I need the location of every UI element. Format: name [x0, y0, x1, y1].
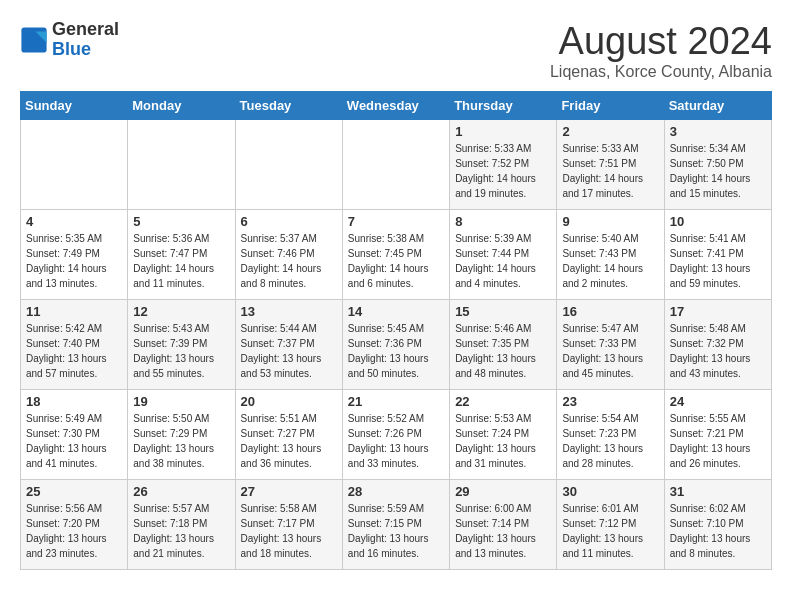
- weekday-saturday: Saturday: [664, 92, 771, 120]
- day-info: Sunrise: 6:00 AMSunset: 7:14 PMDaylight:…: [455, 501, 551, 561]
- day-number: 30: [562, 484, 658, 499]
- day-info: Sunrise: 5:42 AMSunset: 7:40 PMDaylight:…: [26, 321, 122, 381]
- table-cell: 25Sunrise: 5:56 AMSunset: 7:20 PMDayligh…: [21, 480, 128, 570]
- table-cell: [128, 120, 235, 210]
- calendar-table: SundayMondayTuesdayWednesdayThursdayFrid…: [20, 91, 772, 570]
- day-info: Sunrise: 5:56 AMSunset: 7:20 PMDaylight:…: [26, 501, 122, 561]
- table-cell: 8Sunrise: 5:39 AMSunset: 7:44 PMDaylight…: [450, 210, 557, 300]
- day-info: Sunrise: 6:02 AMSunset: 7:10 PMDaylight:…: [670, 501, 766, 561]
- day-number: 6: [241, 214, 337, 229]
- day-number: 17: [670, 304, 766, 319]
- day-number: 13: [241, 304, 337, 319]
- day-number: 7: [348, 214, 444, 229]
- table-cell: 7Sunrise: 5:38 AMSunset: 7:45 PMDaylight…: [342, 210, 449, 300]
- day-number: 14: [348, 304, 444, 319]
- day-number: 10: [670, 214, 766, 229]
- day-info: Sunrise: 5:57 AMSunset: 7:18 PMDaylight:…: [133, 501, 229, 561]
- day-number: 4: [26, 214, 122, 229]
- table-cell: 19Sunrise: 5:50 AMSunset: 7:29 PMDayligh…: [128, 390, 235, 480]
- day-info: Sunrise: 5:47 AMSunset: 7:33 PMDaylight:…: [562, 321, 658, 381]
- logo-blue-text: Blue: [52, 40, 119, 60]
- day-number: 2: [562, 124, 658, 139]
- table-cell: 30Sunrise: 6:01 AMSunset: 7:12 PMDayligh…: [557, 480, 664, 570]
- weekday-header-row: SundayMondayTuesdayWednesdayThursdayFrid…: [21, 92, 772, 120]
- table-cell: 1Sunrise: 5:33 AMSunset: 7:52 PMDaylight…: [450, 120, 557, 210]
- table-cell: 14Sunrise: 5:45 AMSunset: 7:36 PMDayligh…: [342, 300, 449, 390]
- day-number: 21: [348, 394, 444, 409]
- table-cell: 12Sunrise: 5:43 AMSunset: 7:39 PMDayligh…: [128, 300, 235, 390]
- table-cell: 5Sunrise: 5:36 AMSunset: 7:47 PMDaylight…: [128, 210, 235, 300]
- table-cell: 15Sunrise: 5:46 AMSunset: 7:35 PMDayligh…: [450, 300, 557, 390]
- table-cell: 6Sunrise: 5:37 AMSunset: 7:46 PMDaylight…: [235, 210, 342, 300]
- day-info: Sunrise: 5:38 AMSunset: 7:45 PMDaylight:…: [348, 231, 444, 291]
- day-info: Sunrise: 5:33 AMSunset: 7:51 PMDaylight:…: [562, 141, 658, 201]
- day-number: 26: [133, 484, 229, 499]
- day-number: 3: [670, 124, 766, 139]
- day-number: 9: [562, 214, 658, 229]
- day-info: Sunrise: 5:50 AMSunset: 7:29 PMDaylight:…: [133, 411, 229, 471]
- table-cell: 3Sunrise: 5:34 AMSunset: 7:50 PMDaylight…: [664, 120, 771, 210]
- day-number: 1: [455, 124, 551, 139]
- weekday-monday: Monday: [128, 92, 235, 120]
- day-number: 25: [26, 484, 122, 499]
- table-cell: 13Sunrise: 5:44 AMSunset: 7:37 PMDayligh…: [235, 300, 342, 390]
- logo-icon: [20, 26, 48, 54]
- day-number: 31: [670, 484, 766, 499]
- day-info: Sunrise: 5:45 AMSunset: 7:36 PMDaylight:…: [348, 321, 444, 381]
- calendar-subtitle: Liqenas, Korce County, Albania: [550, 63, 772, 81]
- day-number: 29: [455, 484, 551, 499]
- day-number: 12: [133, 304, 229, 319]
- table-cell: 11Sunrise: 5:42 AMSunset: 7:40 PMDayligh…: [21, 300, 128, 390]
- day-number: 5: [133, 214, 229, 229]
- day-info: Sunrise: 5:36 AMSunset: 7:47 PMDaylight:…: [133, 231, 229, 291]
- day-info: Sunrise: 5:41 AMSunset: 7:41 PMDaylight:…: [670, 231, 766, 291]
- day-info: Sunrise: 5:33 AMSunset: 7:52 PMDaylight:…: [455, 141, 551, 201]
- day-number: 8: [455, 214, 551, 229]
- day-info: Sunrise: 5:48 AMSunset: 7:32 PMDaylight:…: [670, 321, 766, 381]
- calendar-title: August 2024: [550, 20, 772, 63]
- day-info: Sunrise: 5:53 AMSunset: 7:24 PMDaylight:…: [455, 411, 551, 471]
- weekday-wednesday: Wednesday: [342, 92, 449, 120]
- weekday-tuesday: Tuesday: [235, 92, 342, 120]
- day-number: 11: [26, 304, 122, 319]
- day-info: Sunrise: 5:43 AMSunset: 7:39 PMDaylight:…: [133, 321, 229, 381]
- table-cell: 9Sunrise: 5:40 AMSunset: 7:43 PMDaylight…: [557, 210, 664, 300]
- title-section: August 2024 Liqenas, Korce County, Alban…: [550, 20, 772, 81]
- table-cell: 27Sunrise: 5:58 AMSunset: 7:17 PMDayligh…: [235, 480, 342, 570]
- weekday-friday: Friday: [557, 92, 664, 120]
- day-info: Sunrise: 5:49 AMSunset: 7:30 PMDaylight:…: [26, 411, 122, 471]
- day-info: Sunrise: 6:01 AMSunset: 7:12 PMDaylight:…: [562, 501, 658, 561]
- day-number: 23: [562, 394, 658, 409]
- table-cell: [342, 120, 449, 210]
- day-info: Sunrise: 5:54 AMSunset: 7:23 PMDaylight:…: [562, 411, 658, 471]
- table-cell: 16Sunrise: 5:47 AMSunset: 7:33 PMDayligh…: [557, 300, 664, 390]
- day-number: 24: [670, 394, 766, 409]
- header: General Blue August 2024 Liqenas, Korce …: [20, 20, 772, 81]
- table-cell: 21Sunrise: 5:52 AMSunset: 7:26 PMDayligh…: [342, 390, 449, 480]
- logo: General Blue: [20, 20, 119, 60]
- day-info: Sunrise: 5:52 AMSunset: 7:26 PMDaylight:…: [348, 411, 444, 471]
- day-info: Sunrise: 5:55 AMSunset: 7:21 PMDaylight:…: [670, 411, 766, 471]
- table-cell: [21, 120, 128, 210]
- day-number: 15: [455, 304, 551, 319]
- week-row-1: 1Sunrise: 5:33 AMSunset: 7:52 PMDaylight…: [21, 120, 772, 210]
- table-cell: 29Sunrise: 6:00 AMSunset: 7:14 PMDayligh…: [450, 480, 557, 570]
- week-row-3: 11Sunrise: 5:42 AMSunset: 7:40 PMDayligh…: [21, 300, 772, 390]
- day-number: 19: [133, 394, 229, 409]
- table-cell: 4Sunrise: 5:35 AMSunset: 7:49 PMDaylight…: [21, 210, 128, 300]
- table-cell: [235, 120, 342, 210]
- table-cell: 18Sunrise: 5:49 AMSunset: 7:30 PMDayligh…: [21, 390, 128, 480]
- day-info: Sunrise: 5:46 AMSunset: 7:35 PMDaylight:…: [455, 321, 551, 381]
- table-cell: 22Sunrise: 5:53 AMSunset: 7:24 PMDayligh…: [450, 390, 557, 480]
- weekday-thursday: Thursday: [450, 92, 557, 120]
- table-cell: 26Sunrise: 5:57 AMSunset: 7:18 PMDayligh…: [128, 480, 235, 570]
- table-cell: 24Sunrise: 5:55 AMSunset: 7:21 PMDayligh…: [664, 390, 771, 480]
- table-cell: 10Sunrise: 5:41 AMSunset: 7:41 PMDayligh…: [664, 210, 771, 300]
- day-number: 16: [562, 304, 658, 319]
- svg-rect-0: [21, 27, 46, 52]
- day-number: 27: [241, 484, 337, 499]
- logo-general-text: General: [52, 20, 119, 40]
- day-info: Sunrise: 5:40 AMSunset: 7:43 PMDaylight:…: [562, 231, 658, 291]
- table-cell: 23Sunrise: 5:54 AMSunset: 7:23 PMDayligh…: [557, 390, 664, 480]
- week-row-4: 18Sunrise: 5:49 AMSunset: 7:30 PMDayligh…: [21, 390, 772, 480]
